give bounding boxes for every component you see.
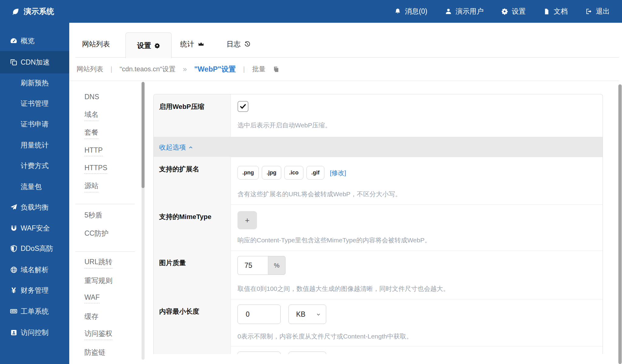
options-toggle-row (154, 137, 603, 157)
nav-label: WAF (84, 293, 100, 303)
chevron-down-icon (316, 312, 321, 317)
page-scrollbar-thumb[interactable] (618, 84, 622, 364)
gear-icon (501, 8, 508, 15)
nav-label: 缓存 (84, 312, 98, 321)
collapse-options-link[interactable]: 收起选项 (159, 143, 193, 152)
sidebar-item-billing[interactable]: 计费方式 (0, 155, 69, 176)
history-icon (244, 41, 251, 47)
sidebar-item-label: 域名解析 (21, 265, 49, 275)
sidebar-item-label: 概览 (21, 36, 35, 46)
min-length-unit-select[interactable]: KB (289, 305, 326, 324)
tab-label: 统计 (180, 39, 194, 49)
sidebar-item-label: 刷新预热 (21, 78, 49, 88)
sidebar-item-label: WAF安全 (21, 224, 50, 233)
edit-extensions-link[interactable]: [修改] (330, 169, 346, 177)
logout-button[interactable]: 退出 (585, 7, 610, 16)
user-label: 演示用户 (456, 7, 484, 16)
settings-label: 设置 (512, 7, 526, 16)
settings-nav-5s-shield[interactable]: 5秒盾 (84, 209, 102, 221)
signout-icon (585, 8, 592, 15)
extension-pills: .png .jpg .ico .gif [修改] (238, 166, 346, 180)
user-menu[interactable]: 演示用户 (445, 7, 484, 16)
breadcrumb-separator: | (111, 65, 112, 73)
sidebar-item-finance[interactable]: ¥ 财务管理 (0, 280, 69, 301)
yen-icon: ¥ (9, 286, 19, 295)
sidebar-item-access-control[interactable]: 访问控制 (0, 322, 69, 343)
sidebar-item-waf[interactable]: WAF安全 (0, 218, 69, 238)
tab-label: 日志 (227, 39, 241, 49)
min-length-input[interactable] (238, 305, 281, 324)
plus-icon: + (245, 216, 249, 225)
sidebar-item-traffic-pack[interactable]: 流量包 (0, 176, 69, 197)
quality-input[interactable] (238, 256, 268, 275)
settings-nav-cache[interactable]: 缓存 (84, 311, 98, 322)
sidebar-item-dns-resolve[interactable]: 域名解析 (0, 259, 69, 280)
clipped-input[interactable] (238, 352, 281, 354)
settings-nav-url-redirect[interactable]: URL跳转 (84, 257, 112, 268)
breadcrumb: 网站列表 | "cdn.teaos.cn"设置 » "WebP"设置 | 批量 (77, 58, 279, 80)
docs-button[interactable]: 文档 (543, 7, 568, 16)
settings-nav-waf[interactable]: WAF (84, 292, 100, 304)
nav-label: HTTP (84, 146, 103, 156)
sidebar-item-load-balance[interactable]: 负载均衡 (0, 197, 69, 217)
sidebar-item-ddos[interactable]: DDoS高防 (0, 238, 69, 259)
breadcrumb-divider (69, 81, 619, 81)
breadcrumb-batch[interactable]: 批量 (252, 65, 265, 74)
sidebar-item-cert-manage[interactable]: 证书管理 (0, 93, 69, 114)
breadcrumb-current-webp[interactable]: "WebP"设置 (194, 64, 236, 74)
bell-icon (394, 8, 401, 15)
sidebar-item-refresh-prewarm[interactable]: 刷新预热 (0, 72, 69, 93)
sidebar-item-label: 流量包 (21, 182, 42, 191)
sidebar-item-label: 工单系统 (21, 307, 49, 316)
enable-webp-help: 选中后表示开启自动WebP压缩。 (238, 121, 331, 130)
sidebar-item-label: 访问控制 (21, 328, 49, 337)
settings-nav-http[interactable]: HTTP (84, 145, 103, 157)
settings-nav-origin[interactable]: 源站 (84, 181, 98, 192)
sidebar-item-cdn[interactable]: CDN加速 (0, 51, 69, 73)
settings-nav-https[interactable]: HTTPS (84, 163, 107, 174)
tab-stats[interactable]: 统计 (180, 33, 204, 55)
clipped-select[interactable] (289, 352, 326, 354)
settings-nav-rewrite[interactable]: 重写规则 (84, 275, 112, 286)
brand-label: 演示系统 (24, 6, 54, 16)
sidebar-item-tickets[interactable]: 工单系统 (0, 301, 69, 322)
nav-label: HTTPS (84, 164, 107, 174)
subnav-scrollbar-thumb[interactable] (142, 82, 145, 188)
nav-label: DNS (84, 93, 99, 101)
nav-label: CC防护 (84, 229, 108, 238)
collapse-options-label: 收起选项 (159, 143, 186, 152)
sidebar-item-cert-apply[interactable]: 证书申请 (0, 114, 69, 134)
settings-nav-hotlink[interactable]: 防盗链 (84, 346, 105, 358)
gear-icon (154, 43, 160, 49)
tab-settings[interactable]: 设置 (125, 32, 172, 58)
tab-logs[interactable]: 日志 (227, 33, 251, 55)
settings-nav-dns[interactable]: DNS (84, 91, 99, 103)
nav-label: 防盗链 (84, 348, 105, 357)
sidebar-item-usage-stats[interactable]: 用量统计 (0, 135, 69, 155)
sidebar-item-label: 财务管理 (21, 286, 49, 295)
ticket-icon (9, 307, 19, 315)
enable-webp-label: 启用WebP压缩 (159, 102, 204, 111)
nav-divider (75, 204, 135, 204)
settings-nav-plan[interactable]: 套餐 (84, 127, 98, 139)
min-length-label: 内容最小长度 (159, 307, 199, 316)
add-mimetype-button[interactable]: + (238, 211, 257, 229)
breadcrumb-separator: | (243, 65, 245, 73)
shield-icon (9, 245, 19, 252)
enable-webp-checkbox[interactable] (238, 101, 248, 112)
sidebar-item-overview[interactable]: 概览 (0, 30, 69, 51)
brand[interactable]: 演示系统 (12, 0, 54, 23)
nav-label: 5秒盾 (84, 211, 102, 220)
breadcrumb-site-settings[interactable]: "cdn.teaos.cn"设置 (120, 65, 176, 74)
messages-button[interactable]: 消息(0) (394, 7, 427, 16)
settings-nav-auth[interactable]: 访问鉴权 (84, 329, 112, 340)
settings-button[interactable]: 设置 (501, 7, 526, 16)
breadcrumb-website-list[interactable]: 网站列表 (77, 65, 103, 74)
label-cell: 支持的MimeType (154, 204, 231, 251)
tab-website-list[interactable]: 网站列表 (82, 33, 110, 55)
tab-label: 网站列表 (82, 39, 110, 49)
quality-input-group: % (238, 256, 285, 275)
settings-nav-domain[interactable]: 域名 (84, 110, 98, 121)
settings-nav-cc[interactable]: CC防护 (84, 228, 108, 239)
copy-icon[interactable] (273, 66, 279, 72)
